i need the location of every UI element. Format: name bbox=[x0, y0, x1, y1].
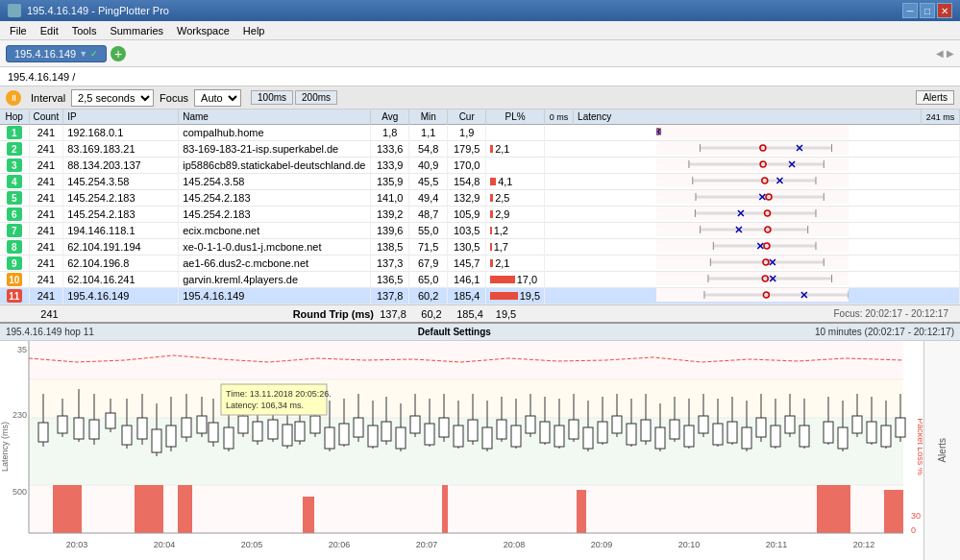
cell-avg: 137,3 bbox=[371, 256, 409, 272]
svg-rect-163 bbox=[497, 420, 506, 439]
cell-count: 241 bbox=[29, 125, 63, 141]
svg-rect-139 bbox=[325, 427, 334, 449]
svg-text:20:04: 20:04 bbox=[154, 540, 176, 549]
svg-rect-205 bbox=[800, 426, 809, 447]
svg-rect-165 bbox=[511, 426, 521, 447]
table-row[interactable]: 11 241 195.4.16.149 195.4.16.149 137,8 6… bbox=[0, 288, 960, 304]
bottom-panel-header: 195.4.16.149 hop 11 Default Settings 10 … bbox=[0, 324, 960, 341]
cell-min: 49,4 bbox=[409, 190, 448, 207]
menu-tools[interactable]: Tools bbox=[66, 23, 103, 38]
menu-summaries[interactable]: Summaries bbox=[104, 23, 169, 38]
cell-hop: 3 bbox=[0, 158, 29, 174]
cell-min: 54,8 bbox=[409, 141, 448, 158]
svg-rect-199 bbox=[756, 418, 766, 437]
window-controls[interactable]: ─ □ ✕ bbox=[902, 3, 952, 18]
svg-text:20:05: 20:05 bbox=[241, 540, 263, 549]
table-row[interactable]: 8 241 62.104.191.194 xe-0-1-1-0.dus1-j.m… bbox=[0, 239, 960, 256]
table-row[interactable]: 2 241 83.169.183.21 83-169-183-21-isp.su… bbox=[0, 141, 960, 158]
table-row[interactable]: 5 241 145.254.2.183 145.254.2.183 141,0 … bbox=[0, 190, 960, 207]
cell-cur: 146,1 bbox=[448, 272, 486, 288]
hop-number: 4 bbox=[7, 175, 22, 188]
cell-min: 67,9 bbox=[409, 256, 448, 272]
summary-cur: 185,4 bbox=[451, 308, 489, 320]
cell-cur: 154,8 bbox=[448, 174, 486, 190]
menu-file[interactable]: File bbox=[4, 23, 33, 38]
menu-workspace[interactable]: Workspace bbox=[171, 23, 235, 38]
svg-text:20:10: 20:10 bbox=[678, 540, 701, 549]
table-row[interactable]: 3 241 88.134.203.137 ip5886cb89.staticka… bbox=[0, 158, 960, 174]
timeline-200ms-button[interactable]: 200ms bbox=[295, 90, 337, 105]
cell-name: ip5886cb89.statickabel-deutschland.de bbox=[179, 158, 371, 174]
cell-latency-graph bbox=[545, 125, 960, 141]
table-row[interactable]: 4 241 145.254.3.58 145.254.3.58 135,9 45… bbox=[0, 174, 960, 190]
maximize-button[interactable]: □ bbox=[920, 3, 935, 18]
svg-rect-143 bbox=[354, 418, 363, 437]
close-button[interactable]: ✕ bbox=[937, 3, 952, 18]
alerts-button[interactable]: Alerts bbox=[916, 90, 954, 105]
cell-cur: 170,0 bbox=[448, 158, 486, 174]
latency-bar-svg bbox=[656, 288, 849, 302]
menu-help[interactable]: Help bbox=[237, 23, 271, 38]
svg-rect-203 bbox=[785, 416, 795, 433]
hop-number: 2 bbox=[7, 142, 22, 156]
table-row[interactable]: 6 241 145.254.2.183 145.254.2.183 139,2 … bbox=[0, 207, 960, 223]
focus-label: Focus bbox=[160, 92, 188, 104]
svg-rect-217 bbox=[896, 418, 905, 437]
cell-cur: 185,4 bbox=[448, 288, 486, 304]
svg-rect-129 bbox=[253, 422, 262, 441]
svg-rect-181 bbox=[627, 424, 636, 445]
hop-number: 9 bbox=[7, 256, 22, 270]
hop-list-panel: ⏸ Interval 2,5 seconds Focus Auto 100ms … bbox=[0, 86, 960, 324]
latency-bar-svg bbox=[656, 158, 849, 171]
svg-rect-193 bbox=[713, 424, 723, 445]
pause-button[interactable]: ⏸ bbox=[6, 90, 21, 106]
svg-rect-131 bbox=[268, 420, 278, 439]
cell-min: 45,5 bbox=[409, 174, 448, 190]
cell-latency-graph bbox=[545, 272, 960, 288]
cell-name: 145.254.2.183 bbox=[179, 190, 371, 207]
minimize-button[interactable]: ─ bbox=[902, 3, 918, 18]
svg-rect-127 bbox=[238, 416, 248, 433]
table-row[interactable]: 1 241 192.168.0.1 compalhub.home 1,8 1,1… bbox=[0, 125, 960, 141]
cell-avg: 137,8 bbox=[371, 288, 409, 304]
svg-rect-98 bbox=[817, 485, 850, 533]
cell-hop: 8 bbox=[0, 239, 29, 256]
svg-rect-197 bbox=[742, 427, 751, 449]
cell-min: 1,1 bbox=[409, 125, 448, 141]
table-row[interactable]: 7 241 194.146.118.1 ecix.mcbone.net 139,… bbox=[0, 223, 960, 239]
svg-rect-94 bbox=[178, 485, 192, 533]
cell-pl: 4,1 bbox=[486, 174, 545, 190]
svg-rect-123 bbox=[209, 423, 218, 442]
svg-rect-117 bbox=[166, 426, 176, 447]
table-row[interactable]: 9 241 62.104.196.8 ae1-66.dus2-c.mcbone.… bbox=[0, 256, 960, 272]
window-title: 195.4.16.149 - PingPlotter Pro bbox=[27, 5, 169, 16]
hop-table-wrapper: Hop Count IP Name Avg Min Cur PL% 0 ms L… bbox=[0, 110, 960, 304]
bottom-panel: 195.4.16.149 hop 11 Default Settings 10 … bbox=[0, 324, 960, 560]
tab-label: 195.4.16.149 bbox=[14, 48, 76, 60]
col-ip: IP bbox=[63, 110, 179, 125]
col-latency: Latency bbox=[574, 110, 922, 125]
add-target-button[interactable]: + bbox=[111, 46, 126, 61]
cell-cur: 130,5 bbox=[448, 239, 486, 256]
cell-hop: 9 bbox=[0, 256, 29, 272]
nav-forward-icon[interactable]: ▶ bbox=[947, 48, 954, 59]
cell-cur: 103,5 bbox=[448, 223, 486, 239]
svg-rect-213 bbox=[867, 422, 876, 443]
nav-back-icon[interactable]: ◀ bbox=[936, 48, 944, 59]
interval-select[interactable]: 2,5 seconds bbox=[71, 89, 154, 107]
cell-latency-graph bbox=[545, 288, 960, 304]
summary-avg: 137,8 bbox=[374, 308, 412, 320]
bottom-chart-area[interactable]: 35 230 500 Latency (ms) 30 0 Packet Loss… bbox=[0, 341, 960, 560]
control-bar: ⏸ Interval 2,5 seconds Focus Auto 100ms … bbox=[0, 86, 960, 110]
svg-rect-157 bbox=[454, 426, 463, 447]
app-icon bbox=[8, 4, 21, 17]
target-tab[interactable]: 195.4.16.149 ▼ ✓ bbox=[6, 45, 107, 62]
bottom-header-center: Default Settings bbox=[104, 327, 805, 337]
cell-pl: 2,1 bbox=[486, 141, 545, 158]
timeline-100ms-button[interactable]: 100ms bbox=[251, 90, 293, 105]
table-row[interactable]: 10 241 62.104.16.241 garvin.kreml.4playe… bbox=[0, 272, 960, 288]
focus-select[interactable]: Auto bbox=[194, 89, 241, 107]
summary-focus-range: Focus: 20:02:17 - 20:12:17 bbox=[523, 308, 956, 319]
menu-edit[interactable]: Edit bbox=[35, 23, 64, 38]
cell-min: 60,2 bbox=[409, 288, 448, 304]
